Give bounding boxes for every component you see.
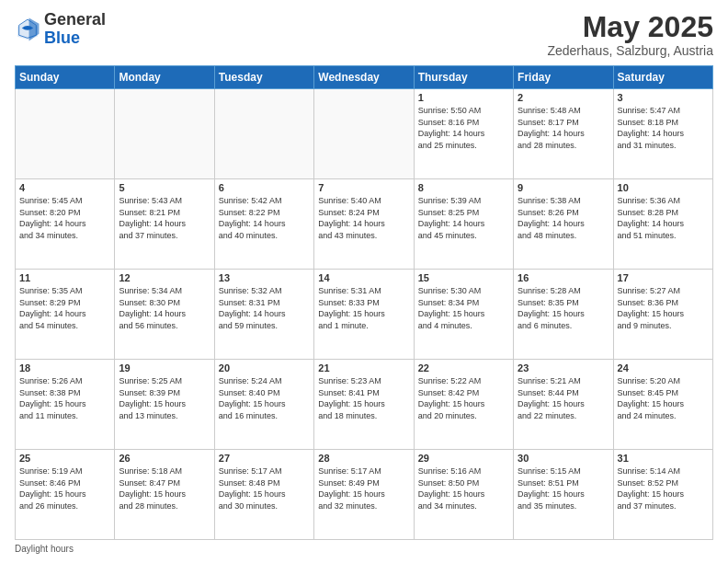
- day-number: 12: [119, 272, 210, 283]
- table-row: 23Sunrise: 5:21 AM Sunset: 8:44 PM Dayli…: [514, 360, 613, 450]
- table-row: 18Sunrise: 5:26 AM Sunset: 8:38 PM Dayli…: [16, 360, 115, 450]
- day-number: 7: [318, 182, 409, 193]
- table-row: 2Sunrise: 5:48 AM Sunset: 8:17 PM Daylig…: [514, 89, 613, 179]
- day-number: 5: [119, 182, 210, 193]
- calendar-header-row: SundayMondayTuesdayWednesdayThursdayFrid…: [16, 66, 713, 89]
- day-info: Sunrise: 5:26 AM Sunset: 8:38 PM Dayligh…: [19, 375, 110, 421]
- table-row: 13Sunrise: 5:32 AM Sunset: 8:31 PM Dayli…: [214, 270, 313, 360]
- day-number: 25: [19, 453, 110, 464]
- day-info: Sunrise: 5:48 AM Sunset: 8:17 PM Dayligh…: [518, 105, 609, 151]
- day-info: Sunrise: 5:39 AM Sunset: 8:25 PM Dayligh…: [418, 195, 509, 241]
- table-row: 3Sunrise: 5:47 AM Sunset: 8:18 PM Daylig…: [613, 89, 712, 179]
- day-number: 10: [618, 182, 709, 193]
- calendar-week-4: 18Sunrise: 5:26 AM Sunset: 8:38 PM Dayli…: [16, 360, 713, 450]
- day-info: Sunrise: 5:18 AM Sunset: 8:47 PM Dayligh…: [119, 465, 210, 511]
- day-number: 8: [418, 182, 509, 193]
- calendar-header-thursday: Thursday: [414, 66, 513, 89]
- day-number: 21: [318, 362, 409, 373]
- day-info: Sunrise: 5:36 AM Sunset: 8:28 PM Dayligh…: [618, 195, 709, 241]
- logo-general: General: [44, 10, 106, 29]
- day-number: 24: [618, 362, 709, 373]
- table-row: 25Sunrise: 5:19 AM Sunset: 8:46 PM Dayli…: [16, 450, 115, 540]
- day-info: Sunrise: 5:50 AM Sunset: 8:16 PM Dayligh…: [418, 105, 509, 151]
- generalblue-logo-icon: [15, 17, 40, 42]
- day-info: Sunrise: 5:21 AM Sunset: 8:44 PM Dayligh…: [518, 375, 609, 421]
- table-row: 28Sunrise: 5:17 AM Sunset: 8:49 PM Dayli…: [314, 450, 414, 540]
- day-number: 31: [618, 453, 709, 464]
- day-number: 3: [618, 92, 709, 103]
- logo-blue: Blue: [44, 29, 80, 47]
- calendar-header-tuesday: Tuesday: [214, 66, 313, 89]
- table-row: 14Sunrise: 5:31 AM Sunset: 8:33 PM Dayli…: [314, 270, 414, 360]
- calendar-table: SundayMondayTuesdayWednesdayThursdayFrid…: [15, 65, 713, 540]
- table-row: 16Sunrise: 5:28 AM Sunset: 8:35 PM Dayli…: [514, 270, 613, 360]
- location: Zederhaus, Salzburg, Austria: [547, 43, 713, 58]
- calendar-header-saturday: Saturday: [613, 66, 712, 89]
- day-number: 17: [618, 272, 709, 283]
- day-info: Sunrise: 5:27 AM Sunset: 8:36 PM Dayligh…: [618, 285, 709, 331]
- day-number: 28: [318, 453, 409, 464]
- day-number: 23: [518, 362, 609, 373]
- table-row: [214, 89, 313, 179]
- day-number: 30: [518, 453, 609, 464]
- table-row: 5Sunrise: 5:43 AM Sunset: 8:21 PM Daylig…: [115, 179, 214, 270]
- day-info: Sunrise: 5:28 AM Sunset: 8:35 PM Dayligh…: [518, 285, 609, 331]
- day-number: 22: [418, 362, 509, 373]
- table-row: [16, 89, 115, 179]
- day-number: 19: [119, 362, 210, 373]
- calendar-header-sunday: Sunday: [16, 66, 115, 89]
- calendar-header-monday: Monday: [115, 66, 214, 89]
- table-row: 12Sunrise: 5:34 AM Sunset: 8:30 PM Dayli…: [115, 270, 214, 360]
- day-info: Sunrise: 5:40 AM Sunset: 8:24 PM Dayligh…: [318, 195, 409, 241]
- day-number: 15: [418, 272, 509, 283]
- day-info: Sunrise: 5:30 AM Sunset: 8:34 PM Dayligh…: [418, 285, 509, 331]
- day-info: Sunrise: 5:31 AM Sunset: 8:33 PM Dayligh…: [318, 285, 409, 331]
- day-number: 20: [219, 362, 310, 373]
- table-row: 8Sunrise: 5:39 AM Sunset: 8:25 PM Daylig…: [414, 179, 513, 270]
- table-row: 26Sunrise: 5:18 AM Sunset: 8:47 PM Dayli…: [115, 450, 214, 540]
- day-info: Sunrise: 5:42 AM Sunset: 8:22 PM Dayligh…: [219, 195, 310, 241]
- calendar-week-2: 4Sunrise: 5:45 AM Sunset: 8:20 PM Daylig…: [16, 179, 713, 270]
- day-info: Sunrise: 5:43 AM Sunset: 8:21 PM Dayligh…: [119, 195, 210, 241]
- day-info: Sunrise: 5:47 AM Sunset: 8:18 PM Dayligh…: [618, 105, 709, 151]
- table-row: 22Sunrise: 5:22 AM Sunset: 8:42 PM Dayli…: [414, 360, 513, 450]
- table-row: [314, 89, 414, 179]
- day-info: Sunrise: 5:32 AM Sunset: 8:31 PM Dayligh…: [219, 285, 310, 331]
- header: General Blue May 2025 Zederhaus, Salzbur…: [15, 11, 713, 58]
- day-info: Sunrise: 5:15 AM Sunset: 8:51 PM Dayligh…: [518, 465, 609, 511]
- table-row: 11Sunrise: 5:35 AM Sunset: 8:29 PM Dayli…: [16, 270, 115, 360]
- day-info: Sunrise: 5:24 AM Sunset: 8:40 PM Dayligh…: [219, 375, 310, 421]
- table-row: 6Sunrise: 5:42 AM Sunset: 8:22 PM Daylig…: [214, 179, 313, 270]
- table-row: 17Sunrise: 5:27 AM Sunset: 8:36 PM Dayli…: [613, 270, 712, 360]
- logo: General Blue: [15, 11, 106, 48]
- table-row: 29Sunrise: 5:16 AM Sunset: 8:50 PM Dayli…: [414, 450, 513, 540]
- day-info: Sunrise: 5:45 AM Sunset: 8:20 PM Dayligh…: [19, 195, 110, 241]
- table-row: 4Sunrise: 5:45 AM Sunset: 8:20 PM Daylig…: [16, 179, 115, 270]
- table-row: 20Sunrise: 5:24 AM Sunset: 8:40 PM Dayli…: [214, 360, 313, 450]
- day-info: Sunrise: 5:16 AM Sunset: 8:50 PM Dayligh…: [418, 465, 509, 511]
- day-number: 26: [119, 453, 210, 464]
- table-row: 10Sunrise: 5:36 AM Sunset: 8:28 PM Dayli…: [613, 179, 712, 270]
- day-info: Sunrise: 5:19 AM Sunset: 8:46 PM Dayligh…: [19, 465, 110, 511]
- day-info: Sunrise: 5:23 AM Sunset: 8:41 PM Dayligh…: [318, 375, 409, 421]
- day-info: Sunrise: 5:20 AM Sunset: 8:45 PM Dayligh…: [618, 375, 709, 421]
- day-number: 1: [418, 92, 509, 103]
- day-number: 16: [518, 272, 609, 283]
- footer: Daylight hours: [15, 544, 713, 554]
- day-info: Sunrise: 5:38 AM Sunset: 8:26 PM Dayligh…: [518, 195, 609, 241]
- day-number: 2: [518, 92, 609, 103]
- calendar-header-friday: Friday: [514, 66, 613, 89]
- day-info: Sunrise: 5:35 AM Sunset: 8:29 PM Dayligh…: [19, 285, 110, 331]
- table-row: 31Sunrise: 5:14 AM Sunset: 8:52 PM Dayli…: [613, 450, 712, 540]
- table-row: 15Sunrise: 5:30 AM Sunset: 8:34 PM Dayli…: [414, 270, 513, 360]
- calendar-week-1: 1Sunrise: 5:50 AM Sunset: 8:16 PM Daylig…: [16, 89, 713, 179]
- table-row: 30Sunrise: 5:15 AM Sunset: 8:51 PM Dayli…: [514, 450, 613, 540]
- day-number: 14: [318, 272, 409, 283]
- day-info: Sunrise: 5:14 AM Sunset: 8:52 PM Dayligh…: [618, 465, 709, 511]
- day-info: Sunrise: 5:22 AM Sunset: 8:42 PM Dayligh…: [418, 375, 509, 421]
- table-row: 1Sunrise: 5:50 AM Sunset: 8:16 PM Daylig…: [414, 89, 513, 179]
- day-number: 29: [418, 453, 509, 464]
- day-number: 11: [19, 272, 110, 283]
- table-row: 19Sunrise: 5:25 AM Sunset: 8:39 PM Dayli…: [115, 360, 214, 450]
- calendar-header-wednesday: Wednesday: [314, 66, 414, 89]
